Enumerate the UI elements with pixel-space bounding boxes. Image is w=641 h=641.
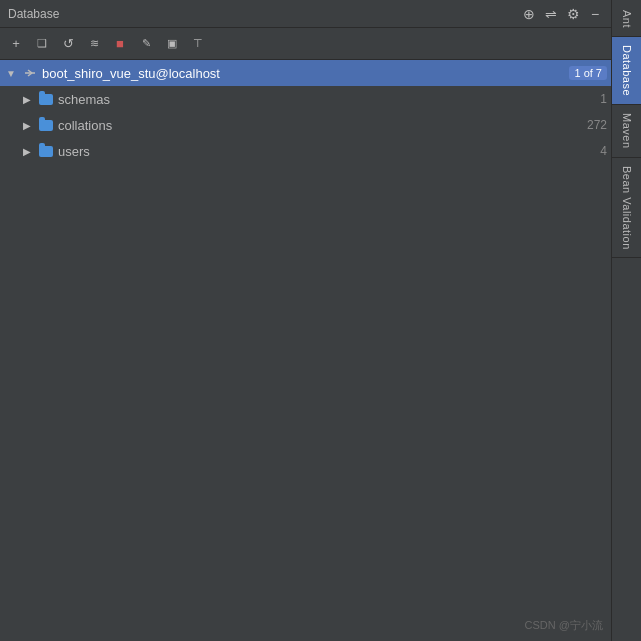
- users-expander[interactable]: ▶: [20, 144, 34, 158]
- add-button[interactable]: +: [4, 32, 28, 56]
- refresh-button[interactable]: ↺: [56, 32, 80, 56]
- watermark: CSDN @宁小流: [525, 618, 603, 633]
- ant-tab-label: Ant: [621, 10, 633, 28]
- console-button[interactable]: ▣: [160, 32, 184, 56]
- maven-tab-label: Maven: [621, 113, 633, 149]
- stop-button[interactable]: ■: [108, 32, 132, 56]
- collations-expander[interactable]: ▶: [20, 118, 34, 132]
- collations-count: 272: [587, 118, 607, 132]
- connection-badge: 1 of 7: [569, 66, 607, 80]
- title-bar-controls: ⊕ ⇌ ⚙ −: [521, 6, 603, 22]
- connection-label: boot_shiro_vue_stu@localhost: [42, 66, 564, 81]
- toolbar: + ❑ ↺ ≋ ■ ✎ ▣ ⊤: [0, 28, 611, 60]
- users-folder-icon: [38, 143, 54, 159]
- edit-button[interactable]: ✎: [134, 32, 158, 56]
- bean-validation-tab-label: Bean Validation: [621, 166, 633, 250]
- split-icon[interactable]: ⇌: [543, 6, 559, 22]
- schemas-expander[interactable]: ▶: [20, 92, 34, 106]
- minimize-icon[interactable]: −: [587, 6, 603, 22]
- globe-icon[interactable]: ⊕: [521, 6, 537, 22]
- right-sidebar: Ant Database Maven Bean Validation: [611, 0, 641, 641]
- schemas-count: 1: [600, 92, 607, 106]
- collations-item[interactable]: ▶ collations 272: [0, 112, 611, 138]
- tree-panel: ▼ boot_shiro_vue_stu@localhost 1 of 7 ▶: [0, 60, 611, 641]
- schemas-label: schemas: [58, 92, 595, 107]
- collations-label: collations: [58, 118, 582, 133]
- sidebar-tab-ant[interactable]: Ant: [612, 2, 641, 37]
- sidebar-tab-bean-validation[interactable]: Bean Validation: [612, 158, 641, 259]
- sidebar-tab-database[interactable]: Database: [612, 37, 641, 105]
- filter-button[interactable]: ⊤: [186, 32, 210, 56]
- collations-folder-icon: [38, 117, 54, 133]
- title-bar-text: Database: [8, 7, 59, 21]
- more-button[interactable]: ≋: [82, 32, 106, 56]
- schemas-item[interactable]: ▶ schemas 1: [0, 86, 611, 112]
- schemas-folder-icon: [38, 91, 54, 107]
- users-item[interactable]: ▶ users 4: [0, 138, 611, 164]
- users-label: users: [58, 144, 595, 159]
- title-bar: Database ⊕ ⇌ ⚙ −: [0, 0, 611, 28]
- settings-icon[interactable]: ⚙: [565, 6, 581, 22]
- connection-expander[interactable]: ▼: [4, 66, 18, 80]
- connection-icon: [22, 65, 38, 81]
- connection-item[interactable]: ▼ boot_shiro_vue_stu@localhost 1 of 7: [0, 60, 611, 86]
- duplicate-button[interactable]: ❑: [30, 32, 54, 56]
- database-tab-label: Database: [621, 45, 633, 96]
- sidebar-tab-maven[interactable]: Maven: [612, 105, 641, 158]
- users-count: 4: [600, 144, 607, 158]
